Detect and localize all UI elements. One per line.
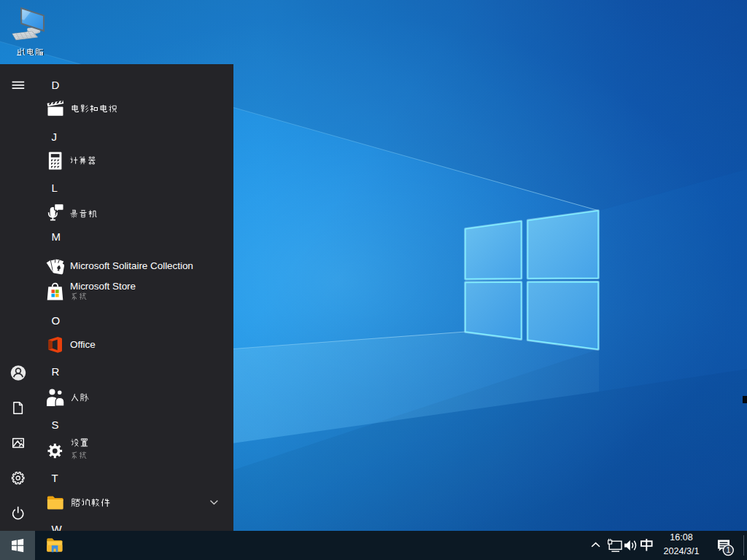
svg-text:1: 1 [726,545,730,554]
